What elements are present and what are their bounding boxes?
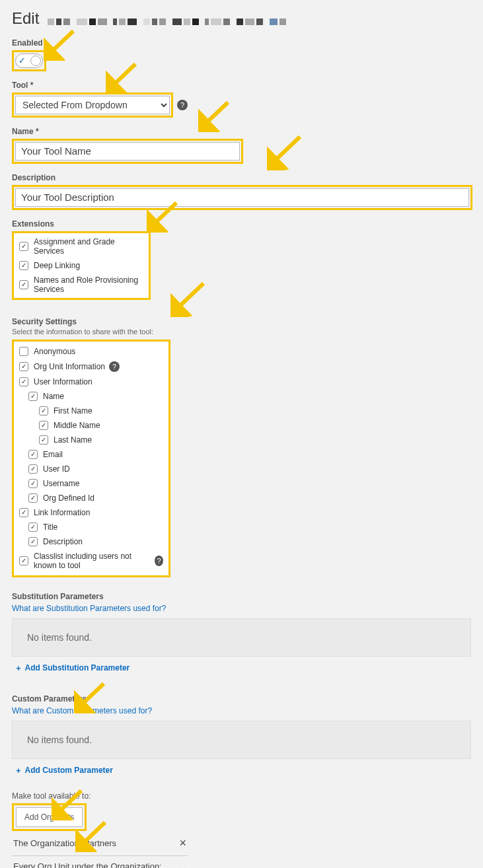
help-icon[interactable]: ? <box>109 361 120 372</box>
org-unit-label: Every Org Unit under the Organization: P… <box>13 861 174 868</box>
security-row: Link Information <box>15 505 167 520</box>
security-row: Description <box>15 534 167 549</box>
security-row: Org Unit Information? <box>15 359 167 375</box>
security-row: Org Defined Id <box>15 491 167 505</box>
security-row: First Name <box>15 404 167 418</box>
add-custom-parameter-button[interactable]: + Add Custom Parameter <box>12 759 117 782</box>
security-label: User Information <box>34 377 93 386</box>
security-label: Username <box>43 479 79 488</box>
security-row: User Information <box>15 375 167 389</box>
security-settings-label: Security Settings <box>12 317 471 326</box>
custom-parameters-empty: No items found. <box>12 721 471 759</box>
checkbox[interactable] <box>39 406 48 416</box>
help-icon[interactable]: ? <box>177 100 188 110</box>
security-row: Name <box>15 389 167 404</box>
checkbox[interactable] <box>19 347 28 356</box>
arrow-icon <box>170 280 207 317</box>
enabled-toggle[interactable]: ✓ <box>15 54 43 68</box>
checkbox[interactable] <box>28 493 38 503</box>
checkbox[interactable] <box>19 556 28 565</box>
security-label: Middle Name <box>54 421 100 430</box>
description-input[interactable] <box>15 188 469 207</box>
name-label: Name * <box>12 127 471 136</box>
security-row: Title <box>15 520 167 534</box>
org-unit-row: The Organization: Partners× <box>12 831 188 856</box>
security-label: Last Name <box>54 435 92 445</box>
checkbox[interactable] <box>19 261 28 270</box>
substitution-parameters-title: Substitution Parameters <box>12 592 471 601</box>
security-row: Middle Name <box>15 418 167 433</box>
security-label: Org Defined Id <box>43 493 94 503</box>
security-label: User ID <box>43 464 70 474</box>
security-label: Email <box>43 450 63 459</box>
security-row: User ID <box>15 462 167 476</box>
name-input[interactable] <box>15 142 240 161</box>
org-unit-label: The Organization: Partners <box>13 838 116 848</box>
svg-line-4 <box>272 137 300 163</box>
help-icon[interactable]: ? <box>155 556 163 566</box>
security-label: Anonymous <box>34 347 75 356</box>
checkbox[interactable] <box>39 421 48 430</box>
tool-select[interactable]: Selected From Dropdown <box>15 96 170 114</box>
security-row: Anonymous <box>15 344 167 359</box>
add-substitution-parameter-button[interactable]: + Add Substitution Parameter <box>12 657 133 680</box>
redacted-title-icon <box>48 11 288 29</box>
tool-label: Tool * <box>12 81 471 90</box>
security-row: Last Name <box>15 433 167 447</box>
plus-icon: + <box>16 663 21 673</box>
checkbox[interactable] <box>19 280 28 289</box>
security-label: First Name <box>54 406 93 416</box>
extension-label: Assignment and Grade Services <box>34 237 143 256</box>
security-label: Title <box>43 523 57 532</box>
checkbox[interactable] <box>28 450 38 459</box>
extensions-label: Extensions <box>12 219 471 229</box>
make-available-label: Make tool available to: <box>12 791 471 801</box>
checkbox[interactable] <box>28 537 38 546</box>
custom-parameters-help-link[interactable]: What are Custom Parameters used for? <box>12 706 471 715</box>
security-row: Classlist including users not known to t… <box>15 549 167 573</box>
extension-row: Deep Linking <box>15 258 147 273</box>
description-label: Description <box>12 173 471 182</box>
substitution-parameters-help-link[interactable]: What are Substitution Parameters used fo… <box>12 604 471 613</box>
extension-label: Names and Role Provisioning Services <box>34 275 143 294</box>
checkbox[interactable] <box>19 377 28 386</box>
security-row: Username <box>15 476 167 491</box>
extension-row: Assignment and Grade Services <box>15 235 147 258</box>
extension-label: Deep Linking <box>34 261 80 270</box>
extension-row: Names and Role Provisioning Services <box>15 273 147 297</box>
arrow-icon <box>267 133 304 170</box>
checkbox[interactable] <box>28 479 38 488</box>
substitution-parameters-empty: No items found. <box>12 618 471 657</box>
close-icon[interactable]: × <box>179 864 186 868</box>
close-icon[interactable]: × <box>179 836 186 850</box>
org-unit-row: Every Org Unit under the Organization: P… <box>12 856 188 868</box>
security-label: Org Unit Information <box>34 362 105 371</box>
custom-parameters-title: Custom Parameters <box>12 694 471 704</box>
security-label: Link Information <box>34 508 90 517</box>
checkbox[interactable] <box>19 362 28 371</box>
security-label: Name <box>43 392 64 401</box>
security-subtext: Select the information to share with the… <box>12 328 471 336</box>
security-row: Email <box>15 447 167 462</box>
page-title: Edit <box>12 9 471 29</box>
plus-icon: + <box>16 766 21 776</box>
svg-line-6 <box>176 283 204 310</box>
security-label: Classlist including users not known to t… <box>34 552 151 570</box>
check-icon: ✓ <box>19 55 26 65</box>
checkbox[interactable] <box>28 392 38 401</box>
checkbox[interactable] <box>39 435 48 445</box>
checkbox[interactable] <box>28 464 38 474</box>
checkbox[interactable] <box>28 523 38 532</box>
security-label: Description <box>43 537 83 546</box>
add-org-units-button[interactable]: Add Org Units <box>16 807 83 827</box>
checkbox[interactable] <box>19 508 28 517</box>
checkbox[interactable] <box>19 242 28 251</box>
enabled-label: Enabled <box>12 38 471 48</box>
